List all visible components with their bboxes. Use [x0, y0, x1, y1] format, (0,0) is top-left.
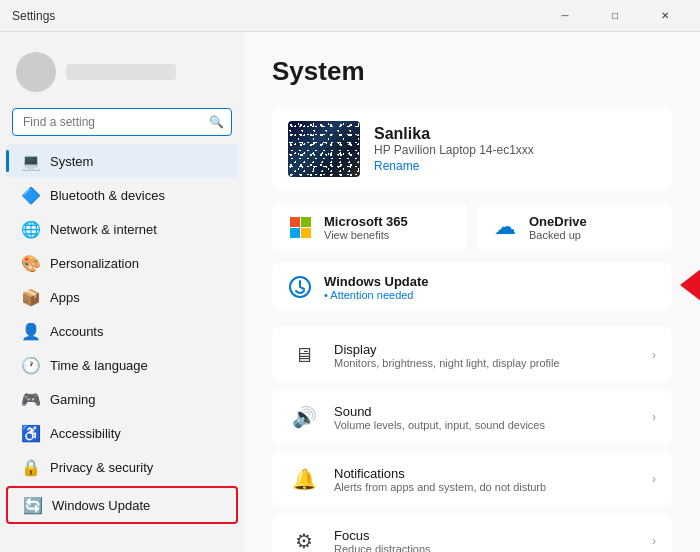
sidebar: 🔍 💻 System 🔷 Bluetooth & devices 🌐 Netwo…: [0, 32, 244, 552]
privacy-icon: 🔒: [22, 458, 40, 476]
windows-update-card[interactable]: Windows Update • Attention needed: [272, 263, 672, 311]
page-title: System: [272, 56, 672, 87]
settings-item-focus[interactable]: ⚙ Focus Reduce distractions ›: [272, 513, 672, 552]
search-input[interactable]: [12, 108, 232, 136]
microsoft365-icon: [286, 213, 314, 241]
search-box: 🔍: [12, 108, 232, 136]
sidebar-item-label: Apps: [50, 290, 80, 305]
minimize-button[interactable]: ─: [542, 0, 588, 32]
avatar: [16, 52, 56, 92]
sound-text: Sound Volume levels, output, input, soun…: [334, 404, 638, 431]
notifications-title: Notifications: [334, 466, 638, 481]
attention-arrow: [676, 265, 700, 309]
sidebar-item-personalization[interactable]: 🎨 Personalization: [6, 246, 238, 280]
notifications-text: Notifications Alerts from apps and syste…: [334, 466, 638, 493]
svg-rect-0: [290, 217, 300, 227]
network-icon: 🌐: [22, 220, 40, 238]
focus-chevron: ›: [652, 534, 656, 548]
title-bar-title: Settings: [12, 9, 534, 23]
bluetooth-icon: 🔷: [22, 186, 40, 204]
settings-item-notifications[interactable]: 🔔 Notifications Alerts from apps and sys…: [272, 451, 672, 507]
sidebar-item-label: Personalization: [50, 256, 139, 271]
system-icon: 💻: [22, 152, 40, 170]
display-title: Display: [334, 342, 638, 357]
sidebar-item-label: Time & language: [50, 358, 148, 373]
onedrive-card[interactable]: ☁ OneDrive Backed up: [477, 203, 672, 251]
onedrive-info: OneDrive Backed up: [529, 214, 587, 241]
main-content: System Sanlika HP Pavilion Laptop 14-ec1…: [244, 32, 700, 552]
microsoft365-sub: View benefits: [324, 229, 408, 241]
time-icon: 🕐: [22, 356, 40, 374]
maximize-button[interactable]: □: [592, 0, 638, 32]
sidebar-item-label: Windows Update: [52, 498, 150, 513]
close-button[interactable]: ✕: [642, 0, 688, 32]
sound-icon: 🔊: [288, 401, 320, 433]
notifications-chevron: ›: [652, 472, 656, 486]
sidebar-item-label: Accounts: [50, 324, 103, 339]
profile-image: [288, 121, 360, 177]
sidebar-item-label: Accessibility: [50, 426, 121, 441]
notifications-sub: Alerts from apps and system, do not dist…: [334, 481, 638, 493]
accounts-icon: 👤: [22, 322, 40, 340]
profile-name-placeholder: [66, 64, 176, 80]
sidebar-item-gaming[interactable]: 🎮 Gaming: [6, 382, 238, 416]
sidebar-profile: [0, 44, 244, 104]
sidebar-item-bluetooth[interactable]: 🔷 Bluetooth & devices: [6, 178, 238, 212]
search-icon: 🔍: [209, 115, 224, 129]
windows-update-row: Windows Update • Attention needed: [272, 263, 672, 311]
sidebar-item-windows-update[interactable]: 🔄 Windows Update: [6, 486, 238, 524]
svg-rect-3: [301, 228, 311, 238]
focus-sub: Reduce distractions: [334, 543, 638, 553]
focus-icon: ⚙: [288, 525, 320, 552]
sidebar-item-accessibility[interactable]: ♿ Accessibility: [6, 416, 238, 450]
windows-update-card-info: Windows Update • Attention needed: [324, 274, 429, 301]
onedrive-icon: ☁: [491, 213, 519, 241]
title-bar: Settings ─ □ ✕: [0, 0, 700, 32]
onedrive-sub: Backed up: [529, 229, 587, 241]
apps-icon: 📦: [22, 288, 40, 306]
profile-device: HP Pavilion Laptop 14-ec1xxx: [374, 143, 656, 157]
windows-update-card-icon: [286, 273, 314, 301]
profile-img-overlay: [288, 121, 360, 177]
title-bar-controls: ─ □ ✕: [542, 0, 688, 32]
sidebar-item-label: Privacy & security: [50, 460, 153, 475]
sidebar-item-time[interactable]: 🕐 Time & language: [6, 348, 238, 382]
notifications-icon: 🔔: [288, 463, 320, 495]
rename-link[interactable]: Rename: [374, 159, 656, 173]
profile-name: Sanlika: [374, 125, 656, 143]
top-cards: Sanlika HP Pavilion Laptop 14-ec1xxx Ren…: [272, 107, 672, 311]
display-chevron: ›: [652, 348, 656, 362]
settings-list: 🖥 Display Monitors, brightness, night li…: [272, 327, 672, 552]
sidebar-item-system[interactable]: 💻 System: [6, 144, 238, 178]
sidebar-item-label: Network & internet: [50, 222, 157, 237]
windows-update-card-title: Windows Update: [324, 274, 429, 289]
sound-chevron: ›: [652, 410, 656, 424]
svg-marker-5: [680, 265, 700, 305]
sound-title: Sound: [334, 404, 638, 419]
microsoft365-card[interactable]: Microsoft 365 View benefits: [272, 203, 467, 251]
settings-item-display[interactable]: 🖥 Display Monitors, brightness, night li…: [272, 327, 672, 383]
sidebar-item-label: System: [50, 154, 93, 169]
display-text: Display Monitors, brightness, night ligh…: [334, 342, 638, 369]
sound-sub: Volume levels, output, input, sound devi…: [334, 419, 638, 431]
profile-info: Sanlika HP Pavilion Laptop 14-ec1xxx Ren…: [374, 125, 656, 173]
personalization-icon: 🎨: [22, 254, 40, 272]
sidebar-item-network[interactable]: 🌐 Network & internet: [6, 212, 238, 246]
service-row: Microsoft 365 View benefits ☁ OneDrive B…: [272, 203, 672, 251]
sidebar-item-label: Bluetooth & devices: [50, 188, 165, 203]
display-icon: 🖥: [288, 339, 320, 371]
windows-update-card-sub: • Attention needed: [324, 289, 429, 301]
microsoft365-title: Microsoft 365: [324, 214, 408, 229]
app-body: 🔍 💻 System 🔷 Bluetooth & devices 🌐 Netwo…: [0, 32, 700, 552]
settings-item-sound[interactable]: 🔊 Sound Volume levels, output, input, so…: [272, 389, 672, 445]
sidebar-item-label: Gaming: [50, 392, 96, 407]
focus-text: Focus Reduce distractions: [334, 528, 638, 553]
sidebar-item-apps[interactable]: 📦 Apps: [6, 280, 238, 314]
sidebar-item-accounts[interactable]: 👤 Accounts: [6, 314, 238, 348]
microsoft365-info: Microsoft 365 View benefits: [324, 214, 408, 241]
svg-rect-1: [301, 217, 311, 227]
profile-card: Sanlika HP Pavilion Laptop 14-ec1xxx Ren…: [272, 107, 672, 191]
gaming-icon: 🎮: [22, 390, 40, 408]
windows-update-icon: 🔄: [24, 496, 42, 514]
sidebar-item-privacy[interactable]: 🔒 Privacy & security: [6, 450, 238, 484]
